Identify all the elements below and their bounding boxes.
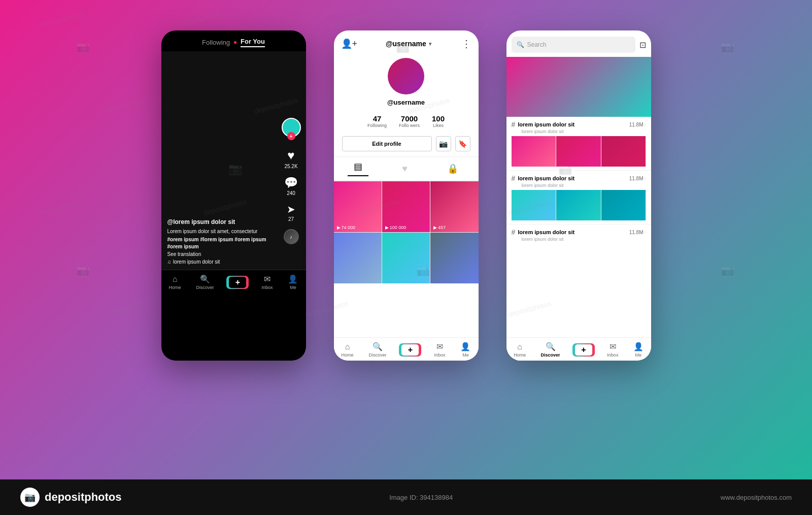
- likes-count: 100: [432, 114, 445, 123]
- like-count: 25.2K: [284, 164, 297, 169]
- profile-header: 👤+ @username ▼ ⋮: [334, 30, 479, 54]
- trending-item-1: # lorem ipsum dolor sit 11.8M › lorem ip…: [506, 117, 651, 171]
- video-play-count: ▶74 000: [337, 225, 356, 230]
- discover-bottom-nav: ⌂ Home 🔍 Discover + ✉ Inbox 👤 Me: [506, 337, 651, 361]
- nav-discover[interactable]: 🔍 Discover: [368, 342, 386, 358]
- feed-header-dot: [234, 41, 236, 44]
- like-button[interactable]: ♥ 25.2K: [284, 148, 297, 169]
- music-disc[interactable]: ♪: [284, 229, 299, 244]
- home-icon: ⌂: [345, 342, 350, 351]
- feed-translation[interactable]: See translation: [167, 251, 273, 257]
- chevron-right-icon: ›: [645, 122, 646, 127]
- depositphotos-camera-icon: 📷: [20, 488, 40, 507]
- nav-discover-active[interactable]: 🔍 Discover: [541, 342, 560, 358]
- discover-icon: 🔍: [200, 274, 210, 284]
- search-icon: 🔍: [517, 41, 524, 48]
- followers-label: Follo wers: [399, 123, 420, 128]
- nav-inbox[interactable]: ✉ Inbox: [607, 342, 618, 358]
- chevron-right-icon: ›: [645, 176, 646, 181]
- following-count: 47: [373, 114, 382, 123]
- fullscreen-icon[interactable]: ⊡: [639, 40, 646, 50]
- nav-me[interactable]: 👤 Me: [633, 342, 644, 358]
- feed-hashtags1: #orem ipsum #lorem ipsum #orem ipsum: [167, 236, 273, 243]
- tab-videos[interactable]: ▤: [348, 161, 368, 176]
- nav-me[interactable]: 👤 Me: [288, 274, 298, 290]
- nav-discover[interactable]: 🔍 Discover: [196, 274, 214, 290]
- trending-title-2: lorem ipsum dolor sit: [518, 175, 574, 181]
- grid-item[interactable]: ▶74 000: [334, 181, 382, 232]
- trending-grid-item[interactable]: [601, 190, 646, 220]
- me-icon: 👤: [288, 274, 298, 284]
- feed-following-label[interactable]: Following: [202, 39, 230, 46]
- search-bar[interactable]: 🔍 Search: [512, 37, 635, 53]
- bookmark-icon-button[interactable]: 🔖: [455, 136, 470, 151]
- footer-website: www.depositphotos.com: [721, 494, 792, 501]
- add-user-button[interactable]: 👤+: [341, 38, 358, 49]
- trending-grid-item[interactable]: [512, 190, 556, 220]
- comment-icon: 💬: [284, 176, 298, 189]
- inbox-icon: ✉: [264, 274, 270, 284]
- share-icon: ➤: [287, 203, 295, 215]
- profile-avatar-section: @username: [334, 54, 479, 111]
- follow-plus-button[interactable]: +: [287, 132, 295, 140]
- trending-grid-item[interactable]: [556, 190, 601, 220]
- hash-icon: #: [512, 174, 516, 182]
- feed-foryou-label[interactable]: For You: [241, 38, 265, 47]
- profile-grid: ▶74 000 ▶100 000 ▶457: [334, 181, 479, 283]
- edit-profile-button[interactable]: Edit profile: [342, 136, 432, 151]
- nav-inbox[interactable]: ✉ Inbox: [434, 342, 445, 358]
- trending-subtitle-1: lorem ipsum dolor sit: [522, 129, 646, 134]
- grid-item[interactable]: [430, 233, 478, 283]
- chevron-down-icon: ▼: [428, 41, 433, 47]
- discover-icon: 🔍: [373, 342, 383, 351]
- discover-label: Discover: [541, 352, 560, 358]
- feed-actions: + ♥ 25.2K 💬 240 ➤ 27 ♪: [282, 118, 301, 244]
- heart-icon: ♥: [287, 148, 294, 163]
- nav-home[interactable]: ⌂ Home: [168, 275, 181, 290]
- more-options-button[interactable]: ⋮: [461, 38, 471, 50]
- stat-following: 47 Following: [367, 114, 387, 128]
- comment-button[interactable]: 💬 240: [284, 176, 298, 196]
- trending-subtitle-3: lorem ipsum dolor sit: [522, 237, 646, 242]
- share-button[interactable]: ➤ 27: [287, 203, 295, 222]
- nav-create[interactable]: +: [401, 344, 419, 356]
- feed-hashtags2: #orem ipsum: [167, 243, 273, 250]
- nav-create[interactable]: +: [229, 277, 246, 288]
- trending-grid-item[interactable]: [601, 136, 646, 167]
- hash-icon: #: [512, 228, 516, 236]
- feed-username: @lorem ipsum dolor sit: [167, 218, 273, 226]
- discover-label: Discover: [368, 352, 386, 358]
- inbox-label: Inbox: [607, 352, 618, 358]
- trending-list: # lorem ipsum dolor sit 11.8M › lorem ip…: [506, 117, 651, 245]
- footer-image-id: Image ID: 394138984: [389, 494, 453, 501]
- following-label: Following: [367, 123, 387, 128]
- nav-create[interactable]: +: [575, 344, 592, 356]
- trending-count-2: 11.8M: [629, 176, 644, 181]
- instagram-icon-button[interactable]: 📷: [436, 136, 451, 151]
- grid-item[interactable]: [382, 233, 430, 283]
- feed-avatar[interactable]: +: [282, 118, 301, 137]
- nav-home[interactable]: ⌂ Home: [514, 342, 526, 358]
- me-label: Me: [635, 352, 642, 358]
- nav-me[interactable]: 👤 Me: [460, 342, 470, 358]
- trending-grid-item[interactable]: [556, 136, 601, 167]
- home-label: Home: [168, 285, 181, 290]
- share-count: 27: [288, 216, 294, 222]
- grid-item[interactable]: ▶100 000: [382, 181, 430, 232]
- discover-label: Discover: [196, 285, 214, 290]
- grid-item[interactable]: ▶457: [430, 181, 478, 232]
- home-icon: ⌂: [173, 275, 178, 284]
- profile-header-username[interactable]: @username ▼: [386, 40, 433, 48]
- trending-grid-item[interactable]: [512, 136, 556, 167]
- nav-inbox[interactable]: ✉ Inbox: [261, 274, 273, 290]
- nav-home[interactable]: ⌂ Home: [341, 342, 353, 358]
- grid-item[interactable]: [334, 233, 382, 283]
- stat-followers: 7000 Follo wers: [399, 114, 420, 128]
- trending-subtitle-2: lorem ipsum dolor sit: [522, 183, 646, 188]
- tab-liked[interactable]: ♥: [396, 164, 414, 174]
- tab-private[interactable]: 🔒: [441, 163, 464, 174]
- stat-likes: 100 Likes: [432, 114, 445, 128]
- avatar: [388, 58, 424, 94]
- feed-bottom-nav: ⌂ Home 🔍 Discover + ✉ Inbox 👤 Me: [161, 270, 306, 295]
- footer-logo-text: depositphotos: [45, 491, 122, 504]
